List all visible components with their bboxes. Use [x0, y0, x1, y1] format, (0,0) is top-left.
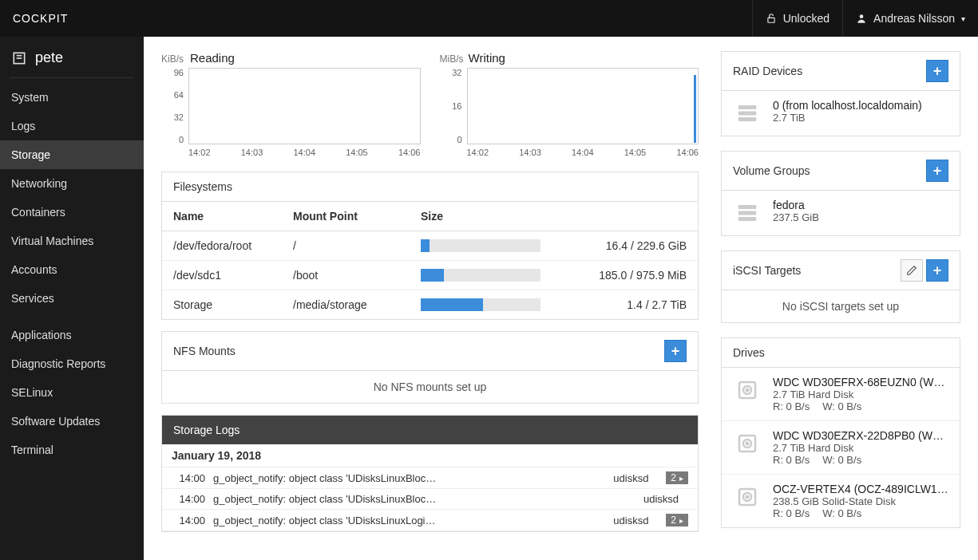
iscsi-panel: iSCSI Targets + No iSCSI targets set up — [721, 250, 960, 323]
writing-chart: MiB/s Writing 32160 14:0214:0314:0414:05… — [440, 51, 699, 157]
storage-stack-icon — [733, 199, 762, 227]
logs-title: Storage Logs — [162, 416, 698, 444]
svg-rect-7 — [738, 117, 757, 121]
svg-point-19 — [746, 496, 749, 499]
log-count-badge: 2 ▸ — [666, 471, 688, 484]
log-count-badge: 2 ▸ — [666, 514, 688, 526]
sidebar-item-containers[interactable]: Containers — [0, 198, 144, 227]
host-selector[interactable]: pete — [0, 37, 144, 77]
lock-icon — [766, 13, 777, 24]
svg-rect-6 — [738, 112, 757, 116]
sidebar-item-system[interactable]: System — [0, 83, 144, 112]
main-content: KiB/s Reading 9664320 14:0214:0314:0414:… — [144, 37, 978, 560]
sidebar-item-diagnostic-reports[interactable]: Diagnostic Reports — [0, 349, 144, 378]
svg-rect-5 — [738, 105, 757, 109]
user-menu[interactable]: Andreas Nilsson ▾ — [842, 0, 978, 37]
sidebar-item-selinux[interactable]: SELinux — [0, 378, 144, 407]
fs-row[interactable]: /dev/fedora/root / 16.4 / 229.6 GiB — [162, 231, 698, 261]
svg-rect-10 — [738, 217, 757, 221]
brand: COCKPIT — [13, 12, 68, 25]
log-date: January 19, 2018 — [162, 444, 698, 467]
raid-item[interactable]: 0 (from localhost.localdomain) 2.7 TiB — [722, 91, 960, 136]
raid-title: RAID Devices — [733, 65, 802, 77]
user-icon — [856, 13, 867, 24]
host-icon — [11, 50, 27, 66]
add-iscsi-button[interactable]: + — [926, 259, 948, 282]
sidebar-item-logs[interactable]: Logs — [0, 112, 144, 140]
vg-item[interactable]: fedora 237.5 GiB — [722, 191, 960, 235]
user-name: Andreas Nilsson — [873, 12, 955, 25]
filesystems-title: Filesystems — [162, 172, 698, 202]
hdd-icon — [733, 376, 762, 404]
sidebar-item-accounts[interactable]: Accounts — [0, 255, 144, 284]
topbar: COCKPIT Unlocked Andreas Nilsson ▾ — [0, 0, 978, 37]
add-raid-button[interactable]: + — [926, 60, 948, 82]
fs-row[interactable]: Storage /media/storage 1.4 / 2.7 TiB — [162, 290, 698, 319]
io-charts: KiB/s Reading 9664320 14:0214:0314:0414:… — [161, 51, 699, 157]
svg-point-1 — [860, 14, 864, 18]
vg-panel: Volume Groups + fedora 237.5 GiB — [721, 151, 960, 236]
log-row[interactable]: 14:00 g_object_notify: object class 'UDi… — [162, 489, 698, 510]
filesystems-panel: Filesystems Name Mount Point Size /dev/f… — [161, 172, 699, 320]
log-row[interactable]: 14:00 g_object_notify: object class 'UDi… — [162, 510, 698, 531]
fs-row[interactable]: /dev/sdc1 /boot 185.0 / 975.9 MiB — [162, 261, 698, 290]
fs-table-header: Name Mount Point Size — [162, 202, 698, 231]
drive-item[interactable]: OCZ-VERTEX4 (OCZ-489ICLW11… 238.5 GiB So… — [722, 475, 960, 527]
sidebar-item-terminal[interactable]: Terminal — [0, 436, 144, 464]
sidebar-item-software-updates[interactable]: Software Updates — [0, 407, 144, 436]
drives-panel: Drives WDC WD30EFRX-68EUZN0 (WD… 2.7 TiB… — [721, 337, 960, 528]
sidebar-item-services[interactable]: Services — [0, 284, 144, 313]
svg-point-13 — [746, 389, 749, 392]
iscsi-title: iSCSI Targets — [733, 264, 801, 277]
drive-item[interactable]: WDC WD30EFRX-68EUZN0 (WD… 2.7 TiB Hard D… — [722, 368, 960, 421]
topbar-right: Unlocked Andreas Nilsson ▾ — [752, 0, 978, 37]
svg-rect-0 — [768, 18, 774, 22]
sidebar: pete SystemLogsStorageNetworkingContaine… — [0, 37, 144, 560]
hdd-icon — [733, 429, 762, 458]
svg-rect-8 — [738, 205, 757, 209]
reading-chart: KiB/s Reading 9664320 14:0214:0314:0414:… — [161, 51, 421, 157]
sidebar-item-storage[interactable]: Storage — [0, 140, 144, 169]
add-nfs-button[interactable]: + — [664, 340, 687, 362]
drive-item[interactable]: WDC WD30EZRX-22D8PB0 (WD… 2.7 TiB Hard D… — [722, 421, 960, 475]
lock-toggle[interactable]: Unlocked — [752, 0, 842, 37]
sidebar-item-virtual-machines[interactable]: Virtual Machines — [0, 227, 144, 255]
chevron-down-icon: ▾ — [961, 14, 965, 23]
nfs-panel: NFS Mounts + No NFS mounts set up — [161, 331, 699, 404]
lock-label: Unlocked — [783, 12, 830, 25]
sidebar-item-networking[interactable]: Networking — [0, 169, 144, 198]
log-row[interactable]: 14:00 g_object_notify: object class 'UDi… — [162, 467, 698, 489]
nfs-empty: No NFS mounts set up — [162, 371, 698, 403]
separator — [10, 77, 134, 78]
sidebar-item-applications[interactable]: Applications — [0, 321, 144, 349]
edit-iscsi-button[interactable] — [901, 259, 923, 282]
raid-panel: RAID Devices + 0 (from localhost.localdo… — [721, 51, 960, 136]
hdd-icon — [733, 483, 762, 511]
nfs-title: NFS Mounts — [173, 345, 236, 357]
iscsi-empty: No iSCSI targets set up — [722, 290, 960, 322]
storage-stack-icon — [733, 99, 762, 128]
storage-logs-panel: Storage Logs January 19, 2018 14:00 g_ob… — [161, 415, 699, 532]
svg-point-16 — [746, 443, 749, 445]
host-name: pete — [35, 49, 63, 66]
add-vg-button[interactable]: + — [926, 160, 948, 182]
vg-title: Volume Groups — [733, 164, 810, 177]
svg-rect-9 — [738, 211, 757, 215]
drives-title: Drives — [733, 346, 765, 359]
